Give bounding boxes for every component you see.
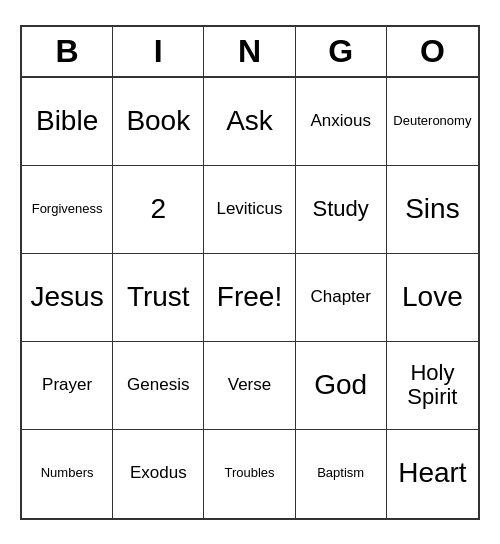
- cell-text-7: Leviticus: [216, 200, 282, 219]
- bingo-cell-14: Love: [387, 254, 478, 342]
- bingo-cell-6: 2: [113, 166, 204, 254]
- bingo-cell-16: Genesis: [113, 342, 204, 430]
- cell-text-1: Book: [126, 106, 190, 137]
- bingo-cell-4: Deuteronomy: [387, 78, 478, 166]
- cell-text-9: Sins: [405, 194, 459, 225]
- bingo-cell-19: Holy Spirit: [387, 342, 478, 430]
- bingo-cell-10: Jesus: [22, 254, 113, 342]
- cell-text-4: Deuteronomy: [393, 114, 471, 128]
- cell-text-20: Numbers: [41, 466, 94, 480]
- header-letter-B: B: [22, 27, 113, 76]
- cell-text-18: God: [314, 370, 367, 401]
- cell-text-14: Love: [402, 282, 463, 313]
- header-letter-N: N: [204, 27, 295, 76]
- cell-text-16: Genesis: [127, 376, 189, 395]
- bingo-cell-20: Numbers: [22, 430, 113, 518]
- bingo-cell-8: Study: [296, 166, 387, 254]
- bingo-cell-12: Free!: [204, 254, 295, 342]
- bingo-cell-23: Baptism: [296, 430, 387, 518]
- cell-text-23: Baptism: [317, 466, 364, 480]
- cell-text-8: Study: [313, 197, 369, 221]
- bingo-cell-1: Book: [113, 78, 204, 166]
- cell-text-6: 2: [151, 194, 167, 225]
- bingo-cell-22: Troubles: [204, 430, 295, 518]
- header-letter-G: G: [296, 27, 387, 76]
- bingo-cell-0: Bible: [22, 78, 113, 166]
- cell-text-12: Free!: [217, 282, 282, 313]
- cell-text-5: Forgiveness: [32, 202, 103, 216]
- bingo-cell-24: Heart: [387, 430, 478, 518]
- cell-text-13: Chapter: [310, 288, 370, 307]
- bingo-cell-7: Leviticus: [204, 166, 295, 254]
- cell-text-24: Heart: [398, 458, 466, 489]
- cell-text-2: Ask: [226, 106, 273, 137]
- bingo-cell-18: God: [296, 342, 387, 430]
- bingo-cell-21: Exodus: [113, 430, 204, 518]
- cell-text-15: Prayer: [42, 376, 92, 395]
- header-letter-I: I: [113, 27, 204, 76]
- cell-text-22: Troubles: [224, 466, 274, 480]
- bingo-cell-17: Verse: [204, 342, 295, 430]
- cell-text-11: Trust: [127, 282, 190, 313]
- cell-text-10: Jesus: [31, 282, 104, 313]
- bingo-header: BINGO: [22, 27, 478, 78]
- bingo-cell-15: Prayer: [22, 342, 113, 430]
- bingo-cell-9: Sins: [387, 166, 478, 254]
- bingo-cell-11: Trust: [113, 254, 204, 342]
- bingo-cell-13: Chapter: [296, 254, 387, 342]
- bingo-grid: BibleBookAskAnxiousDeuteronomyForgivenes…: [22, 78, 478, 518]
- bingo-cell-2: Ask: [204, 78, 295, 166]
- cell-text-17: Verse: [228, 376, 271, 395]
- bingo-cell-5: Forgiveness: [22, 166, 113, 254]
- bingo-cell-3: Anxious: [296, 78, 387, 166]
- cell-text-19: Holy Spirit: [391, 361, 474, 409]
- bingo-card: BINGO BibleBookAskAnxiousDeuteronomyForg…: [20, 25, 480, 520]
- cell-text-21: Exodus: [130, 464, 187, 483]
- header-letter-O: O: [387, 27, 478, 76]
- cell-text-3: Anxious: [310, 112, 370, 131]
- cell-text-0: Bible: [36, 106, 98, 137]
